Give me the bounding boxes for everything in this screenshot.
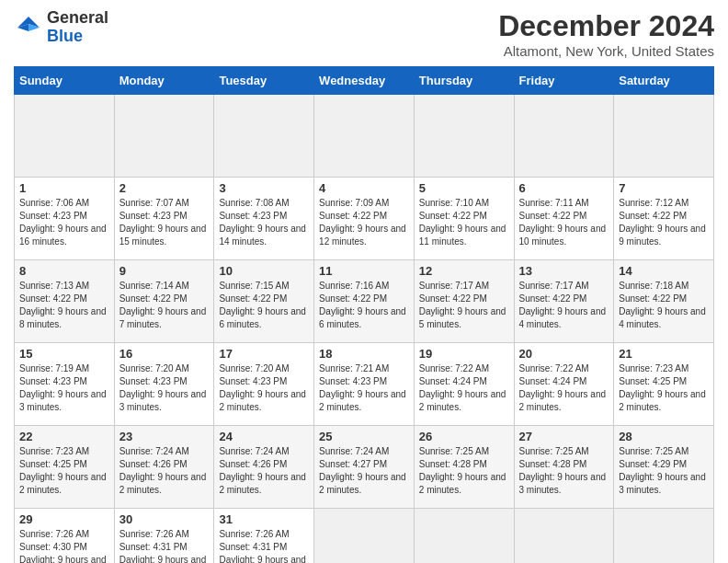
day-number: 7: [619, 181, 709, 195]
calendar-cell: [514, 95, 614, 178]
day-number: 14: [619, 264, 709, 278]
day-number: 2: [119, 181, 210, 195]
day-number: 28: [619, 430, 709, 443]
calendar-cell: 1Sunrise: 7:06 AMSunset: 4:23 PMDaylight…: [15, 178, 115, 260]
day-info: Sunrise: 7:20 AMSunset: 4:23 PMDaylight:…: [219, 362, 309, 414]
calendar-cell: 28Sunrise: 7:25 AMSunset: 4:29 PMDayligh…: [614, 426, 714, 509]
calendar-cell: 16Sunrise: 7:20 AMSunset: 4:23 PMDayligh…: [114, 343, 214, 426]
day-info: Sunrise: 7:10 AMSunset: 4:22 PMDaylight:…: [419, 197, 509, 248]
calendar-cell: 10Sunrise: 7:15 AMSunset: 4:22 PMDayligh…: [214, 260, 314, 343]
day-info: Sunrise: 7:25 AMSunset: 4:29 PMDaylight:…: [619, 445, 709, 497]
day-number: 9: [119, 264, 210, 278]
calendar-cell: 7Sunrise: 7:12 AMSunset: 4:22 PMDaylight…: [614, 178, 714, 260]
day-info: Sunrise: 7:12 AMSunset: 4:22 PMDaylight:…: [619, 197, 709, 248]
day-number: 4: [319, 181, 409, 195]
day-info: Sunrise: 7:16 AMSunset: 4:22 PMDaylight:…: [319, 280, 409, 331]
day-info: Sunrise: 7:19 AMSunset: 4:23 PMDaylight:…: [19, 362, 109, 414]
day-number: 5: [419, 181, 509, 195]
calendar-cell: 27Sunrise: 7:25 AMSunset: 4:28 PMDayligh…: [514, 426, 614, 509]
calendar-cell: 26Sunrise: 7:25 AMSunset: 4:28 PMDayligh…: [414, 426, 514, 509]
day-number: 22: [19, 430, 109, 443]
calendar-cell: [414, 509, 514, 564]
calendar-cell: 13Sunrise: 7:17 AMSunset: 4:22 PMDayligh…: [514, 260, 614, 343]
calendar-week-row: 8Sunrise: 7:13 AMSunset: 4:22 PMDaylight…: [15, 260, 714, 343]
calendar-week-row: [15, 95, 714, 178]
day-number: 3: [219, 181, 309, 195]
calendar-cell: [314, 509, 415, 564]
day-number: 29: [19, 512, 109, 526]
calendar-cell: [214, 95, 314, 178]
day-of-week-header-row: SundayMondayTuesdayWednesdayThursdayFrid…: [15, 67, 714, 95]
calendar-week-row: 22Sunrise: 7:23 AMSunset: 4:25 PMDayligh…: [15, 426, 714, 509]
day-number: 20: [519, 347, 609, 361]
logo-text: General Blue: [47, 9, 108, 46]
day-number: 8: [19, 264, 109, 278]
day-info: Sunrise: 7:24 AMSunset: 4:27 PMDaylight:…: [319, 445, 409, 497]
calendar-cell: 24Sunrise: 7:24 AMSunset: 4:26 PMDayligh…: [214, 426, 314, 509]
day-info: Sunrise: 7:17 AMSunset: 4:22 PMDaylight:…: [419, 280, 509, 331]
day-info: Sunrise: 7:08 AMSunset: 4:23 PMDaylight:…: [219, 197, 309, 248]
day-info: Sunrise: 7:22 AMSunset: 4:24 PMDaylight:…: [519, 362, 609, 414]
day-number: 31: [219, 512, 309, 526]
day-info: Sunrise: 7:14 AMSunset: 4:22 PMDaylight:…: [119, 280, 210, 331]
calendar-cell: 2Sunrise: 7:07 AMSunset: 4:23 PMDaylight…: [114, 178, 214, 260]
calendar-cell: 18Sunrise: 7:21 AMSunset: 4:23 PMDayligh…: [314, 343, 415, 426]
day-info: Sunrise: 7:07 AMSunset: 4:23 PMDaylight:…: [119, 197, 210, 248]
calendar-cell: 31Sunrise: 7:26 AMSunset: 4:31 PMDayligh…: [214, 509, 314, 564]
calendar-cell: 21Sunrise: 7:23 AMSunset: 4:25 PMDayligh…: [614, 343, 714, 426]
day-info: Sunrise: 7:15 AMSunset: 4:22 PMDaylight:…: [219, 280, 309, 331]
calendar-body: 1Sunrise: 7:06 AMSunset: 4:23 PMDaylight…: [15, 95, 714, 564]
day-info: Sunrise: 7:09 AMSunset: 4:22 PMDaylight:…: [319, 197, 409, 248]
calendar-cell: [314, 95, 415, 178]
calendar-cell: [414, 95, 514, 178]
day-info: Sunrise: 7:18 AMSunset: 4:22 PMDaylight:…: [619, 280, 709, 331]
logo-icon: [14, 13, 43, 42]
calendar-week-row: 1Sunrise: 7:06 AMSunset: 4:23 PMDaylight…: [15, 178, 714, 260]
day-number: 24: [219, 430, 309, 443]
calendar-cell: 30Sunrise: 7:26 AMSunset: 4:31 PMDayligh…: [114, 509, 214, 564]
logo: General Blue: [14, 9, 108, 46]
day-info: Sunrise: 7:26 AMSunset: 4:31 PMDaylight:…: [219, 528, 309, 563]
calendar-week-row: 29Sunrise: 7:26 AMSunset: 4:30 PMDayligh…: [15, 509, 714, 564]
calendar-cell: 19Sunrise: 7:22 AMSunset: 4:24 PMDayligh…: [414, 343, 514, 426]
day-number: 11: [319, 264, 409, 278]
day-info: Sunrise: 7:11 AMSunset: 4:22 PMDaylight:…: [519, 197, 609, 248]
calendar-cell: 3Sunrise: 7:08 AMSunset: 4:23 PMDaylight…: [214, 178, 314, 260]
day-info: Sunrise: 7:23 AMSunset: 4:25 PMDaylight:…: [619, 362, 709, 414]
calendar-week-row: 15Sunrise: 7:19 AMSunset: 4:23 PMDayligh…: [15, 343, 714, 426]
day-info: Sunrise: 7:24 AMSunset: 4:26 PMDaylight:…: [219, 445, 309, 497]
day-of-week-wednesday: Wednesday: [314, 67, 415, 95]
calendar-cell: 9Sunrise: 7:14 AMSunset: 4:22 PMDaylight…: [114, 260, 214, 343]
day-number: 15: [19, 347, 109, 361]
day-info: Sunrise: 7:20 AMSunset: 4:23 PMDaylight:…: [119, 362, 210, 414]
day-number: 18: [319, 347, 409, 361]
day-number: 19: [419, 347, 509, 361]
calendar-cell: 4Sunrise: 7:09 AMSunset: 4:22 PMDaylight…: [314, 178, 415, 260]
day-number: 21: [619, 347, 709, 361]
logo-blue: Blue: [47, 27, 83, 45]
subtitle: Altamont, New York, United States: [498, 43, 714, 59]
calendar-cell: 5Sunrise: 7:10 AMSunset: 4:22 PMDaylight…: [414, 178, 514, 260]
calendar-cell: 8Sunrise: 7:13 AMSunset: 4:22 PMDaylight…: [15, 260, 115, 343]
day-info: Sunrise: 7:24 AMSunset: 4:26 PMDaylight:…: [119, 445, 210, 497]
header: General Blue December 2024 Altamont, New…: [14, 9, 714, 59]
calendar-cell: 23Sunrise: 7:24 AMSunset: 4:26 PMDayligh…: [114, 426, 214, 509]
day-info: Sunrise: 7:22 AMSunset: 4:24 PMDaylight:…: [419, 362, 509, 414]
day-info: Sunrise: 7:21 AMSunset: 4:23 PMDaylight:…: [319, 362, 409, 414]
calendar-cell: [614, 95, 714, 178]
calendar-cell: [15, 95, 115, 178]
day-number: 6: [519, 181, 609, 195]
day-number: 13: [519, 264, 609, 278]
day-number: 12: [419, 264, 509, 278]
day-number: 30: [119, 512, 210, 526]
day-info: Sunrise: 7:13 AMSunset: 4:22 PMDaylight:…: [19, 280, 109, 331]
title-area: December 2024 Altamont, New York, United…: [498, 9, 714, 59]
day-number: 26: [419, 430, 509, 443]
day-number: 10: [219, 264, 309, 278]
calendar-cell: 14Sunrise: 7:18 AMSunset: 4:22 PMDayligh…: [614, 260, 714, 343]
calendar-cell: 25Sunrise: 7:24 AMSunset: 4:27 PMDayligh…: [314, 426, 415, 509]
day-number: 1: [19, 181, 109, 195]
calendar-table: SundayMondayTuesdayWednesdayThursdayFrid…: [14, 66, 714, 563]
calendar-cell: 22Sunrise: 7:23 AMSunset: 4:25 PMDayligh…: [15, 426, 115, 509]
calendar-cell: [514, 509, 614, 564]
